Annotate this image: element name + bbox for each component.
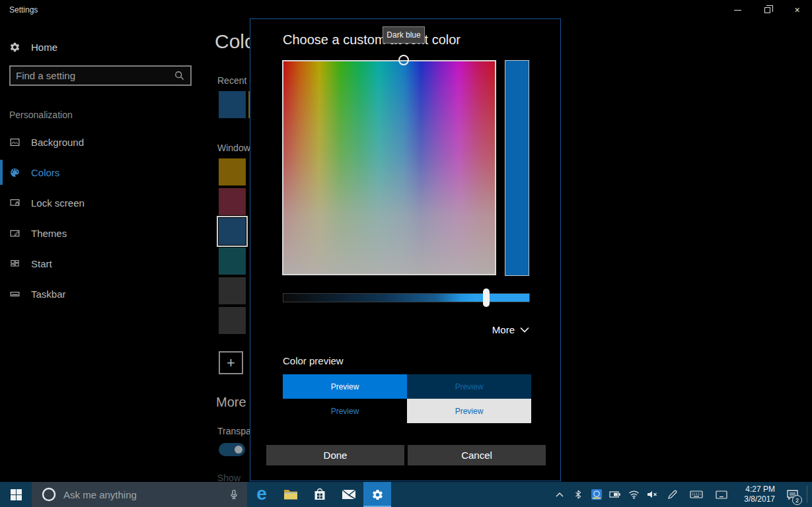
selected-color-bar	[505, 60, 529, 276]
tray-battery[interactable]	[606, 482, 624, 507]
sidebar-item-label: Background	[31, 137, 84, 148]
taskbar-app-store[interactable]	[305, 482, 334, 507]
taskbar-app-mail[interactable]	[334, 482, 363, 507]
preview-tile-label: Preview	[331, 407, 359, 416]
system-tray: 4:27 PM 3/8/2017 2	[550, 482, 812, 507]
action-center-button[interactable]: 2	[778, 482, 807, 507]
color-preview-label: Color preview	[283, 355, 344, 366]
notification-badge: 2	[792, 495, 802, 505]
more-section-label: More	[216, 395, 246, 410]
minimize-button[interactable]	[723, 0, 753, 20]
value-slider[interactable]	[283, 288, 530, 307]
clock-time: 4:27 PM	[745, 485, 775, 494]
hue-picker-handle[interactable]	[398, 55, 409, 65]
taskbar-app-settings-active[interactable]	[363, 482, 391, 507]
plus-icon: +	[227, 355, 235, 372]
windows-colors-label: Windows colors	[217, 143, 250, 153]
more-expander[interactable]: More	[492, 324, 529, 335]
preview-tile-label: Preview	[455, 407, 484, 416]
color-swatch[interactable]	[219, 277, 246, 304]
wifi-icon	[628, 490, 640, 499]
restore-icon	[764, 7, 770, 13]
edge-icon: e	[256, 485, 267, 503]
recent-color-swatch[interactable]	[219, 91, 246, 118]
volume-mute-icon	[647, 490, 658, 499]
sidebar-item-background[interactable]: Background	[0, 127, 206, 157]
windows-colors-grid	[219, 158, 246, 337]
color-swatch-selected[interactable]	[219, 218, 246, 245]
sidebar-item-label: Taskbar	[31, 288, 66, 300]
sidebar-item-colors[interactable]: Colors	[0, 157, 206, 187]
search-icon[interactable]	[174, 71, 185, 81]
gear-icon	[9, 42, 20, 53]
start-icon	[9, 258, 20, 269]
taskbar-icon	[9, 288, 20, 300]
color-swatch[interactable]	[219, 307, 246, 334]
sidebar-item-label: Lock screen	[31, 197, 85, 209]
transparency-label: Transparency effects	[217, 426, 250, 436]
preview-tile-dark: Preview	[407, 374, 531, 399]
sidebar-item-home[interactable]: Home	[0, 37, 206, 57]
windows-logo-icon	[11, 489, 22, 500]
preview-tile-label: Preview	[331, 382, 359, 391]
personalization-section-label: Personalization	[9, 110, 73, 120]
sidebar-item-label: Themes	[31, 228, 67, 239]
battery-icon	[609, 490, 621, 498]
sidebar-item-lock-screen[interactable]: Lock screen	[0, 187, 206, 218]
file-explorer-icon	[283, 489, 298, 500]
done-button[interactable]: Done	[266, 445, 404, 465]
transparency-toggle[interactable]	[219, 443, 245, 456]
tray-show-hidden-icons[interactable]	[550, 482, 569, 507]
color-swatch[interactable]	[219, 188, 246, 215]
settings-gear-icon	[371, 489, 384, 501]
sidebar-item-themes[interactable]: Themes	[0, 218, 206, 248]
tray-app-icon[interactable]	[587, 482, 606, 507]
value-slider-thumb[interactable]	[483, 288, 490, 307]
themes-icon	[9, 228, 20, 239]
sidebar-items: Background Colors Lock screen Themes Sta…	[0, 127, 206, 309]
lock-screen-icon	[9, 197, 20, 209]
preview-tile-label: Preview	[455, 382, 484, 391]
sidebar-home-label: Home	[31, 42, 57, 53]
value-slider-track[interactable]	[283, 293, 530, 302]
tray-touchpad[interactable]	[709, 482, 734, 507]
tray-wifi[interactable]	[624, 482, 643, 507]
sidebar-item-label: Colors	[31, 167, 59, 178]
color-swatch[interactable]	[219, 248, 246, 275]
sidebar-item-label: Start	[31, 258, 52, 269]
tray-volume-muted[interactable]	[643, 482, 661, 507]
colors-page: Colors Recent colors Windows colors + Mo…	[215, 18, 250, 482]
pen-icon	[667, 489, 678, 500]
tray-windows-ink[interactable]	[661, 482, 684, 507]
cancel-button[interactable]: Cancel	[408, 445, 546, 465]
sidebar-item-start[interactable]: Start	[0, 248, 206, 279]
cortana-search-box[interactable]	[32, 482, 247, 507]
close-button[interactable]: ×	[782, 0, 812, 20]
microphone-icon[interactable]	[229, 489, 239, 500]
settings-sidebar: Home Personalization Background Colors L…	[0, 0, 206, 482]
hue-saturation-picker[interactable]	[282, 60, 496, 275]
taskbar-clock[interactable]: 4:27 PM 3/8/2017	[734, 482, 778, 507]
preview-tile-accent: Preview	[283, 374, 407, 399]
find-setting-input[interactable]	[11, 70, 174, 81]
tray-bluetooth[interactable]	[569, 482, 587, 507]
close-icon: ×	[794, 5, 799, 15]
cortana-search-input[interactable]	[57, 489, 229, 500]
taskbar: e	[0, 482, 812, 507]
add-custom-color-button[interactable]: +	[219, 351, 243, 374]
blue-app-icon	[591, 489, 603, 500]
page-title: Colors	[215, 30, 250, 53]
start-button[interactable]	[0, 482, 32, 507]
dialog-title: Choose a custom accent color	[283, 32, 461, 48]
sidebar-item-taskbar[interactable]: Taskbar	[0, 279, 206, 309]
background-icon	[9, 137, 20, 148]
color-swatch[interactable]	[219, 158, 246, 186]
color-preview-grid: Preview Preview Preview Preview	[283, 374, 531, 423]
mail-icon	[342, 489, 356, 500]
taskbar-app-file-explorer[interactable]	[276, 482, 305, 507]
tray-touch-keyboard[interactable]	[684, 482, 709, 507]
taskbar-app-edge[interactable]: e	[247, 482, 276, 507]
restore-button[interactable]	[753, 0, 782, 20]
chevron-up-icon	[555, 491, 564, 498]
show-desktop-button[interactable]	[807, 482, 812, 507]
